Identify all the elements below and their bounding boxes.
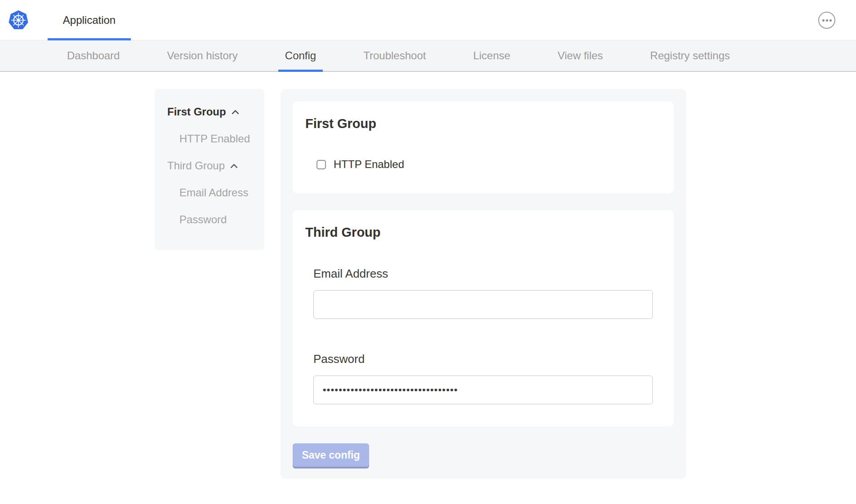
password-label: Password (313, 352, 653, 366)
http-enabled-row: HTTP Enabled (317, 158, 661, 171)
sidebar-group-third-group[interactable]: Third Group (167, 160, 260, 172)
tab-config[interactable]: Config (278, 40, 323, 71)
config-group-card-third: Third Group Email Address Password (293, 210, 674, 426)
email-address-field-group: Email Address Password (313, 267, 653, 404)
tab-troubleshoot[interactable]: Troubleshoot (357, 40, 432, 71)
tab-license[interactable]: License (466, 40, 517, 71)
ellipsis-icon (822, 19, 825, 22)
chevron-up-icon (232, 110, 239, 115)
kubernetes-logo-icon (8, 10, 29, 31)
save-config-button[interactable]: Save config (293, 443, 369, 467)
tab-version-history[interactable]: Version history (160, 40, 244, 71)
sidebar-item-http-enabled[interactable]: HTTP Enabled (167, 133, 260, 145)
top-bar: Application (0, 0, 856, 40)
ellipsis-icon (829, 19, 832, 22)
email-address-label: Email Address (313, 267, 653, 280)
config-main-panel: First Group HTTP Enabled Third Group Ema… (281, 89, 686, 479)
sidebar-item-password[interactable]: Password (167, 214, 260, 225)
sidebar-group-label: First Group (167, 106, 226, 118)
config-group-card-first: First Group HTTP Enabled (293, 102, 674, 193)
email-address-input[interactable] (313, 290, 653, 319)
http-enabled-label[interactable]: HTTP Enabled (334, 158, 404, 171)
sidebar-group-first-group[interactable]: First Group (167, 106, 260, 118)
application-tab[interactable]: Application (48, 0, 131, 40)
sidebar-item-label: Password (179, 213, 227, 226)
http-enabled-checkbox[interactable] (317, 160, 326, 169)
more-options-button[interactable] (818, 12, 835, 29)
group-title: Third Group (305, 225, 653, 240)
sidebar-item-label: HTTP Enabled (179, 133, 250, 145)
kots-admin-console: Application Dashboard Version history Co… (0, 0, 856, 504)
sidebar-item-label: Email Address (179, 186, 248, 199)
config-sidebar: First Group HTTP Enabled Third Group Ema… (155, 89, 264, 250)
group-title: First Group (305, 116, 661, 131)
sidebar-item-email-address[interactable]: Email Address (167, 187, 260, 199)
tab-dashboard[interactable]: Dashboard (60, 40, 126, 71)
chevron-up-icon (230, 164, 238, 168)
ellipsis-icon (826, 19, 828, 22)
tab-view-files[interactable]: View files (551, 40, 610, 71)
app-nav-bar: Dashboard Version history Config Trouble… (0, 40, 856, 72)
tab-registry-settings[interactable]: Registry settings (643, 40, 736, 71)
password-input[interactable] (313, 376, 653, 404)
app-nav-tabs: Dashboard Version history Config Trouble… (0, 40, 856, 71)
sidebar-group-label: Third Group (167, 159, 225, 172)
